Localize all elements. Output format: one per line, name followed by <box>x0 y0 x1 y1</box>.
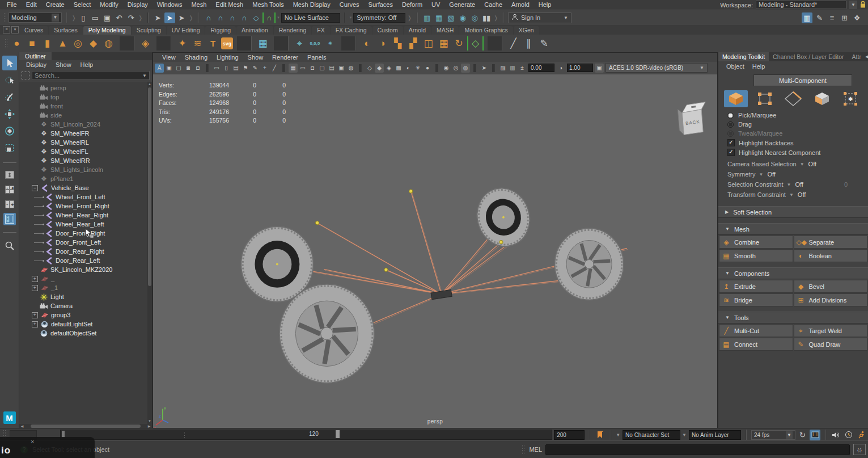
vertex-mode-icon[interactable] <box>753 90 777 107</box>
textured-icon[interactable]: ▩ <box>394 64 403 73</box>
bookmark-view-icon[interactable]: ◘ <box>193 64 202 73</box>
sidebar-tab[interactable]: Modeling Toolkit <box>718 52 769 61</box>
outliner-item[interactable]: + defaultLightSet <box>19 320 152 329</box>
viewport-menu-item[interactable]: Show <box>243 54 268 61</box>
gate-mask-icon[interactable]: ▢ <box>317 64 327 73</box>
filter-icon[interactable] <box>22 72 29 79</box>
shelf-sep-4[interactable] <box>274 36 289 51</box>
sign-in-button[interactable]: Sign In ▼ <box>508 12 571 23</box>
outliner-item[interactable]: ❖ SM_Lights_Lincoln <box>19 165 152 174</box>
multi-component-button[interactable]: Multi-Component <box>753 74 852 86</box>
camera-lock-icon[interactable]: ▯ <box>222 64 231 73</box>
separate-button[interactable]: ◇◆Separate <box>794 236 868 249</box>
zoom-tool-icon[interactable] <box>2 238 17 253</box>
menu-item[interactable]: Modify <box>95 0 122 10</box>
menu-item[interactable]: Select <box>69 0 96 10</box>
shelf-sep-3[interactable] <box>237 36 252 51</box>
attribute-editor-icon[interactable]: ≡ <box>827 12 837 23</box>
setting-value[interactable]: Off <box>795 181 803 188</box>
workspace-select[interactable]: Modeling - Standard* <box>756 1 846 9</box>
select-by-object-icon[interactable]: ➤ <box>164 12 175 23</box>
selection-mode-radio[interactable]: Pick/Marquee <box>718 111 868 120</box>
expand-toggle-icon[interactable]: − <box>32 185 38 191</box>
shelf-tab[interactable]: FX <box>312 26 329 35</box>
expand-toggle-icon[interactable]: + <box>32 285 38 291</box>
playhead-handle[interactable] <box>336 430 340 438</box>
menu-item[interactable]: Mesh <box>187 0 211 10</box>
poly-cylinder-icon[interactable]: ▮ <box>40 36 54 51</box>
shelf-tab[interactable]: Curves <box>19 26 48 35</box>
lights-icon[interactable]: ✳ <box>413 64 422 73</box>
snap-together-icon[interactable]: ✳ <box>323 36 337 51</box>
make-live-icon[interactable]: ∩ <box>262 12 276 23</box>
mel-label[interactable]: MEL <box>529 446 542 453</box>
outliner-menu-item[interactable]: Show <box>52 61 75 68</box>
combine-shelf-icon[interactable]: ▚ <box>391 36 405 51</box>
selection-mode-radio[interactable]: Drag <box>718 120 868 129</box>
chevron-down-icon[interactable]: ▼ <box>849 1 857 9</box>
multisample-icon[interactable]: ◍ <box>461 64 470 73</box>
quad-draw-shelf-icon[interactable]: ✎ <box>537 36 551 51</box>
vertical-scrollbar[interactable]: ▲ ▼ <box>147 82 152 424</box>
combine-button[interactable]: ◈Combine <box>719 236 793 249</box>
measure-tool-icon[interactable]: ∥ <box>522 36 536 51</box>
viewport-menu-item[interactable]: Lighting <box>212 54 243 61</box>
exposure-field[interactable]: 0.00 <box>528 64 554 72</box>
outliner-item[interactable]: defaultObjectSet <box>19 329 152 338</box>
vp-sep-3[interactable] <box>359 64 362 72</box>
isolate-cursor-icon[interactable]: ➤ <box>480 64 489 73</box>
poly-sphere-icon[interactable]: ● <box>10 36 24 51</box>
menu-item[interactable]: Edit Mesh <box>211 0 248 10</box>
gamma-icon[interactable]: ◑ <box>556 64 565 73</box>
expand-toggle-icon[interactable]: + <box>32 312 38 318</box>
outliner-item[interactable]: + group3 <box>19 310 152 320</box>
poly-plane-icon[interactable]: ◆ <box>86 36 100 51</box>
use-default-material-icon[interactable]: ◐ <box>404 64 413 73</box>
radio-icon[interactable] <box>727 121 734 128</box>
snap-to-grid-icon[interactable]: ∩ <box>203 12 214 23</box>
tool-settings-icon[interactable]: ✎ <box>814 12 825 23</box>
image-plane-icon[interactable]: ⚑ <box>241 64 250 73</box>
lasso-tool-icon[interactable] <box>2 73 17 87</box>
new-scene-icon[interactable]: ▯ <box>78 12 88 23</box>
outliner-item[interactable]: Light <box>19 292 152 301</box>
menu-item[interactable]: Curves <box>335 0 364 10</box>
modeling-toolkit-icon[interactable]: ❖ <box>852 12 862 23</box>
menu-item[interactable]: Display <box>123 0 153 10</box>
outliner-item[interactable]: SK_Lincoln_MKZ2020 <box>19 265 152 274</box>
shelf-tab[interactable]: Poly Modeling <box>83 26 131 35</box>
shelf-menu-icon[interactable]: ≡ <box>3 26 10 33</box>
select-tool-icon[interactable] <box>2 56 17 70</box>
select-by-hierarchy-icon[interactable]: ➤ <box>153 12 163 23</box>
outliner-title[interactable]: Outliner <box>19 52 52 60</box>
vp-sep-4[interactable] <box>435 64 438 72</box>
redo-icon[interactable]: ↷ <box>125 12 136 23</box>
shadows-icon[interactable]: ● <box>423 64 432 73</box>
checkbox-icon[interactable]: ✓ <box>727 139 735 146</box>
add-divisions-button[interactable]: ⊞Add Divisions <box>794 293 868 306</box>
toolbar-grip[interactable] <box>3 12 6 23</box>
outliner-item[interactable]: Door_Rear_Right <box>19 247 152 256</box>
menu-item[interactable]: UV <box>427 0 444 10</box>
scale-tool-icon[interactable] <box>2 141 17 156</box>
outliner-item[interactable]: top <box>19 93 152 102</box>
selection-mode-radio[interactable]: Tweak/Marquee <box>718 129 868 138</box>
time-slider[interactable]: 120 <box>60 430 552 440</box>
shelf-grip[interactable] <box>5 39 7 49</box>
paint-select-tool-icon[interactable] <box>2 90 17 104</box>
ipr-render-icon[interactable]: ▦ <box>434 12 444 23</box>
viewport-menu-item[interactable]: Panels <box>303 54 331 61</box>
menu-item[interactable]: Cache <box>480 0 507 10</box>
vp-sep-5[interactable] <box>473 64 476 72</box>
shelf-tab[interactable]: XGen <box>514 26 539 35</box>
lock-camera-icon[interactable]: ▢ <box>174 64 183 73</box>
workspace-panel-icon[interactable]: ▥ <box>802 12 812 23</box>
safe-action-icon[interactable]: ▣ <box>337 64 346 73</box>
shelf-sep-5[interactable] <box>341 36 356 51</box>
vp-sep-2[interactable] <box>282 64 285 72</box>
menu-item[interactable]: File <box>2 0 22 10</box>
smooth-button[interactable]: ▦Smooth <box>719 249 793 262</box>
snap-to-point-icon[interactable]: ∩ <box>227 12 238 23</box>
select-camera-icon[interactable]: ▭ <box>212 64 221 73</box>
grease-pencil-icon[interactable]: ✎ <box>251 64 260 73</box>
